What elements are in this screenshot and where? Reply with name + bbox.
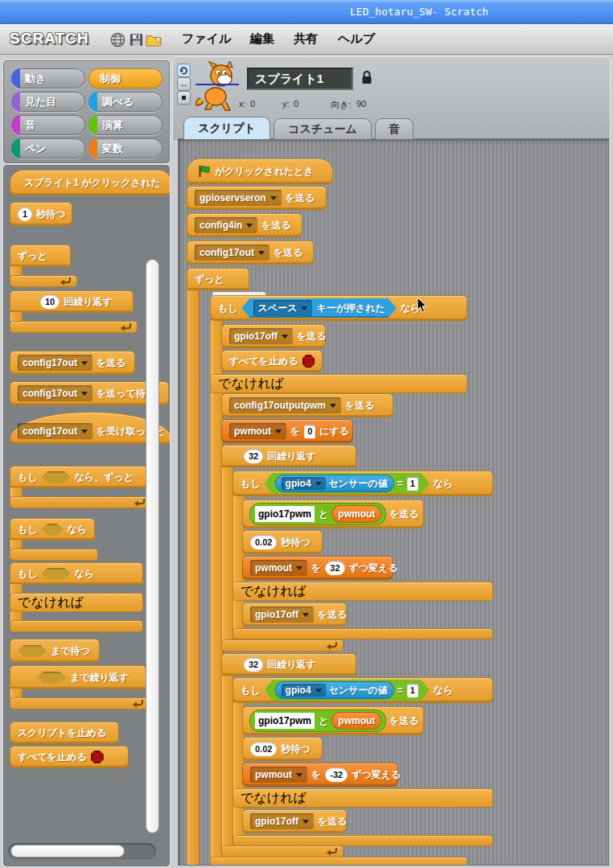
script-block-broadcast-config4in[interactable]: config4in を送る bbox=[187, 214, 302, 237]
broadcast-dropdown[interactable]: gpioservseron bbox=[195, 190, 282, 206]
lock-icon[interactable] bbox=[361, 70, 372, 88]
palette-block-repeat[interactable]: 10 回繰り返す bbox=[10, 291, 133, 312]
palette-block-if-else[interactable]: もし なら bbox=[10, 563, 142, 584]
equals-condition[interactable]: gpio4 センサーの値 = 1 bbox=[265, 680, 430, 701]
broadcast-dropdown[interactable]: config17out bbox=[18, 423, 93, 439]
category-pen[interactable]: ペン bbox=[11, 138, 85, 158]
pwmout-reporter[interactable]: pwmout bbox=[332, 713, 381, 729]
palette-block-when-sprite-clicked[interactable]: スプライト1 がクリックされた bbox=[10, 171, 170, 195]
join-text-input[interactable]: gpio17pwm bbox=[255, 713, 315, 729]
tab-scripts[interactable]: スクリプト bbox=[183, 117, 270, 139]
variable-dropdown[interactable]: pwmout bbox=[250, 767, 307, 783]
repeat-count-input[interactable]: 32 bbox=[244, 449, 263, 463]
menu-help[interactable]: ヘルプ bbox=[338, 31, 375, 47]
repeat-count-input[interactable]: 32 bbox=[244, 657, 263, 672]
palette-block-broadcast[interactable]: config17out を送る bbox=[10, 352, 134, 374]
change-value-input[interactable]: 32 bbox=[325, 561, 344, 575]
script-block-when-flag-clicked[interactable]: がクリックされたとき bbox=[187, 159, 332, 183]
script-block-if-gpio4-2[interactable]: もし gpio4 センサーの値 = 1 なら bbox=[233, 678, 492, 702]
change-value-input[interactable]: -32 bbox=[325, 767, 348, 782]
broadcast-dropdown[interactable]: gpio17off bbox=[229, 328, 293, 344]
share-icon[interactable] bbox=[146, 31, 162, 47]
category-looks[interactable]: 見た目 bbox=[11, 92, 85, 112]
palette-vertical-scrollbar[interactable] bbox=[146, 260, 158, 833]
equals-input[interactable]: 1 bbox=[407, 684, 418, 697]
palette-hscroll-track[interactable] bbox=[8, 843, 156, 859]
palette-block-stop-all[interactable]: すべてを止める bbox=[10, 747, 128, 767]
wait-secs-input[interactable]: 0.02 bbox=[250, 742, 277, 756]
palette-block-repeat-until[interactable]: まで繰り返す bbox=[10, 666, 146, 689]
language-globe-icon[interactable] bbox=[109, 31, 125, 47]
script-block-change-pwmout-32[interactable]: pwmout を 32 ずつ変える bbox=[243, 557, 393, 579]
set-value-input[interactable]: 0 bbox=[304, 425, 315, 438]
palette-block-forever-if[interactable]: もし なら、ずっと bbox=[10, 467, 147, 487]
condition-slot[interactable] bbox=[18, 645, 47, 657]
broadcast-dropdown[interactable]: gpio17off bbox=[250, 607, 314, 623]
menu-edit[interactable]: 編集 bbox=[250, 31, 274, 47]
script-block-forever[interactable]: ずっと bbox=[187, 269, 249, 290]
save-icon[interactable] bbox=[128, 31, 144, 47]
condition-slot[interactable] bbox=[42, 524, 64, 536]
broadcast-dropdown[interactable]: config4in bbox=[195, 217, 257, 233]
script-block-change-pwmout-neg32[interactable]: pwmout を -32 ずつ変える bbox=[243, 763, 397, 786]
join-operator[interactable]: gpio17pwm と pwmout bbox=[250, 710, 385, 731]
equals-condition[interactable]: gpio4 センサーの値 = 1 bbox=[265, 473, 430, 494]
script-block-broadcast-gpio17off-2[interactable]: gpio17off を送る bbox=[243, 603, 346, 626]
category-sensing[interactable]: 調べる bbox=[88, 92, 163, 112]
script-block-set-pwmout-0[interactable]: pwmout を 0 にする bbox=[222, 420, 352, 442]
script-block-wait-002-2[interactable]: 0.02 秒待つ bbox=[243, 738, 322, 760]
category-motion[interactable]: 動き bbox=[11, 68, 85, 88]
broadcast-dropdown[interactable]: config17out bbox=[195, 245, 269, 261]
key-pressed-condition[interactable]: スペース キーが押された bbox=[242, 298, 397, 318]
sensor-value-reporter[interactable]: gpio4 センサーの値 bbox=[276, 682, 393, 698]
palette-block-broadcast-wait[interactable]: config17out を送って待つ bbox=[10, 382, 168, 405]
category-sound[interactable]: 音 bbox=[11, 115, 85, 135]
join-operator[interactable]: gpio17pwm と pwmout bbox=[250, 504, 385, 525]
broadcast-dropdown[interactable]: config17outputpwm bbox=[229, 397, 341, 413]
script-block-repeat32-1[interactable]: 32 回繰り返す bbox=[222, 446, 356, 467]
script-block-broadcast-gpio17off-3[interactable]: gpio17off を送る bbox=[243, 810, 346, 833]
variable-dropdown[interactable]: pwmout bbox=[250, 560, 307, 576]
rotate-style-full-button[interactable] bbox=[178, 64, 190, 76]
tab-sounds[interactable]: 音 bbox=[375, 118, 413, 139]
sprite-name-field[interactable]: スプライト1 bbox=[247, 68, 353, 90]
wait-secs-input[interactable]: 1 bbox=[18, 207, 32, 221]
broadcast-dropdown[interactable]: config17out bbox=[18, 355, 93, 371]
script-block-broadcast-config17outputpwm[interactable]: config17outputpwm を送る bbox=[222, 394, 393, 417]
script-block-broadcast-join-1[interactable]: gpio17pwm と pwmout を送る bbox=[243, 500, 423, 528]
rotate-style-none-button[interactable] bbox=[178, 92, 190, 104]
condition-slot[interactable] bbox=[42, 471, 71, 483]
script-block-repeat32-2[interactable]: 32 回繰り返す bbox=[222, 654, 356, 675]
variable-dropdown[interactable]: pwmout bbox=[229, 423, 286, 439]
script-block-if-space-key[interactable]: もし スペース キーが押された なら bbox=[211, 296, 467, 320]
sensor-dropdown[interactable]: gpio4 bbox=[282, 684, 326, 697]
sensor-value-reporter[interactable]: gpio4 センサーの値 bbox=[276, 475, 393, 492]
category-operators[interactable]: 演算 bbox=[88, 115, 163, 135]
palette-horizontal-scrollbar[interactable] bbox=[11, 845, 124, 857]
script-block-wait-002-1[interactable]: 0.02 秒待つ bbox=[243, 531, 322, 553]
join-text-input[interactable]: gpio17pwm bbox=[255, 506, 315, 522]
script-block-stop-all[interactable]: すべてを止める bbox=[222, 351, 322, 372]
script-block-broadcast-join-2[interactable]: gpio17pwm と pwmout を送る bbox=[243, 707, 423, 734]
broadcast-dropdown[interactable]: gpio17off bbox=[250, 813, 314, 829]
script-block-broadcast-config17out[interactable]: config17out を送る bbox=[187, 241, 313, 264]
script-block-broadcast-gpio17off-1[interactable]: gpio17off を送る bbox=[222, 325, 325, 348]
category-variables[interactable]: 変数 bbox=[88, 138, 163, 158]
sensor-dropdown[interactable]: gpio4 bbox=[282, 477, 326, 490]
tab-costumes[interactable]: コスチューム bbox=[274, 118, 372, 139]
palette-block-forever[interactable]: ずっと bbox=[10, 245, 70, 266]
condition-slot[interactable] bbox=[37, 672, 66, 684]
equals-input[interactable]: 1 bbox=[407, 477, 418, 491]
menu-file[interactable]: ファイル bbox=[182, 31, 231, 47]
broadcast-dropdown[interactable]: config17out bbox=[18, 385, 93, 401]
wait-secs-input[interactable]: 0.02 bbox=[250, 535, 277, 549]
key-dropdown[interactable]: スペース bbox=[253, 300, 313, 316]
palette-block-wait-until[interactable]: まで待つ bbox=[10, 640, 99, 662]
script-block-broadcast-gpioservseron[interactable]: gpioservseron を送る bbox=[187, 187, 326, 209]
palette-block-stop-script[interactable]: スクリプトを止める bbox=[10, 722, 118, 743]
palette-block-if[interactable]: もし なら bbox=[10, 519, 94, 540]
script-area[interactable]: がクリックされたとき gpioservseron を送る config4in を… bbox=[179, 139, 608, 865]
script-block-if-gpio4-1[interactable]: もし gpio4 センサーの値 = 1 なら bbox=[233, 471, 492, 496]
repeat-count-input[interactable]: 10 bbox=[40, 294, 60, 309]
condition-slot[interactable] bbox=[42, 568, 71, 580]
